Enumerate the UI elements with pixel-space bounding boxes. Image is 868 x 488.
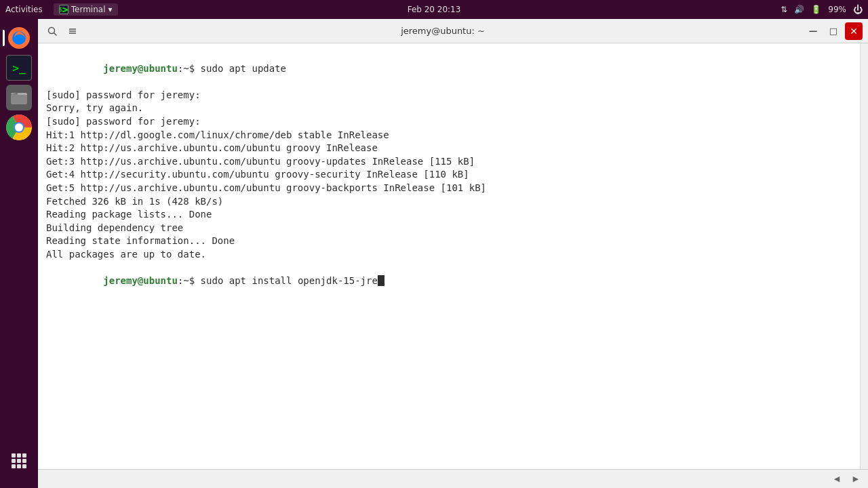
svg-line-7	[54, 33, 57, 35]
system-menu-icon[interactable]: ⏻	[853, 4, 863, 15]
sidebar-item-chrome[interactable]	[5, 114, 33, 141]
terminal-line-2: [sudo] password for jeremy:	[46, 89, 852, 102]
terminal-line-5: Hit:1 http://dl.google.com/linux/chrome/…	[46, 129, 852, 142]
terminal-line-15: jeremy@ubuntu:~$ sudo apt install openjd…	[46, 262, 852, 302]
apps-grid-icon	[12, 453, 26, 468]
top-bar-left: Activities $ Terminal ▾	[5, 3, 118, 16]
top-bar-right: ⇅ 🔊 🔋 99% ⏻	[781, 4, 863, 15]
svg-rect-2	[11, 94, 27, 104]
svg-point-5	[15, 123, 23, 131]
terminal-taskbar-button[interactable]: $ Terminal ▾	[54, 3, 118, 16]
terminal-output[interactable]: jeremy@ubuntu:~$ sudo apt update [sudo] …	[38, 43, 860, 469]
terminal-line-13: Reading state information... Done	[46, 235, 852, 248]
top-bar-datetime: Feb 20 20:13	[408, 5, 461, 14]
terminal-line-4: [sudo] password for jeremy:	[46, 115, 852, 129]
search-button[interactable]	[43, 22, 61, 40]
terminal-window-title: jeremy@ubuntu: ~	[401, 26, 485, 36]
terminal-line-10: Fetched 326 kB in 1s (428 kB/s)	[46, 195, 852, 209]
terminal-bottom-bar: ◀ ▶	[38, 469, 868, 488]
show-applications-button[interactable]	[5, 447, 33, 474]
terminal-body: jeremy@ubuntu:~$ sudo apt update [sudo] …	[38, 43, 868, 469]
battery-icon: 🔋	[811, 5, 821, 14]
prompt-user-2: jeremy@ubuntu	[103, 275, 178, 286]
main-layout: >_	[0, 19, 868, 488]
terminal-tab-label: Terminal	[71, 5, 106, 14]
terminal-line-14: All packages are up to date.	[46, 248, 852, 262]
terminal-line-11: Reading package lists... Done	[46, 208, 852, 222]
window-controls: − □ ✕	[804, 22, 863, 40]
terminal-line-1: jeremy@ubuntu:~$ sudo apt update	[46, 49, 852, 89]
maximize-button[interactable]: □	[825, 22, 842, 40]
terminal-line-7: Get:3 http://us.archive.ubuntu.com/ubunt…	[46, 155, 852, 169]
sidebar-item-terminal[interactable]: >_	[5, 54, 33, 81]
terminal-cursor	[378, 275, 384, 286]
terminal-titlebar: jeremy@ubuntu: ~ − □ ✕	[38, 19, 868, 43]
terminal-line-6: Hit:2 http://us.archive.ubuntu.com/ubunt…	[46, 142, 852, 155]
network-icon[interactable]: ⇅	[781, 5, 787, 14]
sidebar-item-firefox[interactable]	[5, 24, 33, 52]
terminal-prev-button[interactable]: ◀	[830, 472, 844, 486]
terminal-window: jeremy@ubuntu: ~ − □ ✕ jeremy@ubuntu:~$ …	[38, 19, 868, 488]
terminal-line-8: Get:4 http://security.ubuntu.com/ubuntu …	[46, 168, 852, 182]
titlebar-left-controls	[43, 22, 81, 40]
menu-button[interactable]	[64, 22, 81, 40]
sidebar: >_	[0, 19, 38, 488]
minimize-button[interactable]: −	[804, 22, 822, 40]
terminal-next-button[interactable]: ▶	[849, 472, 863, 486]
terminal-tab-dropdown[interactable]: ▾	[108, 5, 112, 14]
close-button[interactable]: ✕	[845, 22, 863, 40]
terminal-line-3: Sorry, try again.	[46, 102, 852, 115]
top-system-bar: Activities $ Terminal ▾ Feb 20 20:13 ⇅ 🔊…	[0, 0, 868, 19]
activities-button[interactable]: Activities	[5, 5, 43, 14]
battery-label: 99%	[828, 5, 846, 14]
sound-icon[interactable]: 🔊	[794, 5, 804, 14]
prompt-user-1: jeremy@ubuntu	[103, 63, 178, 74]
sidebar-item-files[interactable]	[5, 84, 33, 111]
terminal-line-9: Get:5 http://us.archive.ubuntu.com/ubunt…	[46, 182, 852, 195]
terminal-line-12: Building dependency tree	[46, 222, 852, 235]
terminal-scrollbar[interactable]	[860, 43, 868, 469]
